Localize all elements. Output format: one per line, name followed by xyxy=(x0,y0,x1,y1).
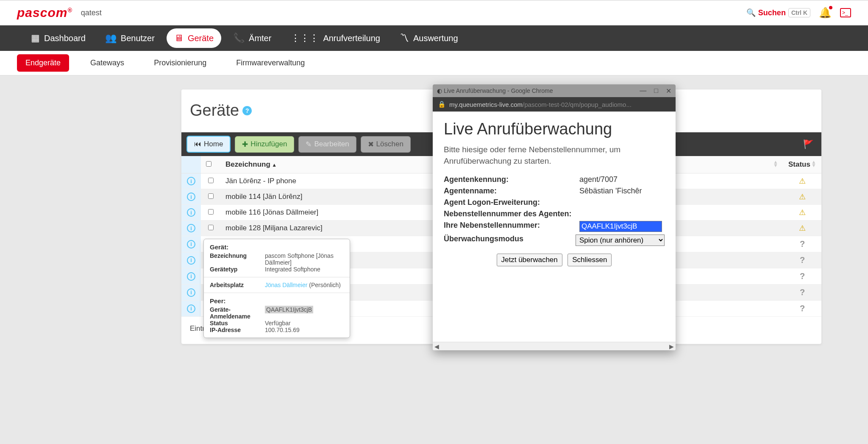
cell-status: ? xyxy=(783,285,821,301)
add-button[interactable]: ✚Hinzufügen xyxy=(235,136,294,153)
popup-scrollbar[interactable]: ◀▶ xyxy=(433,342,676,350)
edit-button[interactable]: ✎Bearbeiten xyxy=(298,136,356,153)
monitor-button[interactable]: Jetzt überwachen xyxy=(497,254,562,266)
home-button[interactable]: ⏮Home xyxy=(186,136,231,153)
tooltip-login-name: QAAFLK1Ijvt3cjB xyxy=(265,306,313,313)
col-check-all[interactable] xyxy=(201,156,220,173)
cell-status: ⚠ xyxy=(783,173,821,189)
row-check[interactable] xyxy=(208,209,214,215)
plus-icon: ✚ xyxy=(242,140,248,149)
popup-window: ◐ Live Anrufüberwachung - Google Chrome … xyxy=(433,84,676,350)
bell-icon[interactable]: 🔔 xyxy=(819,7,832,19)
status-warn-icon: ⚠ xyxy=(799,193,806,201)
phone-icon: 📞 xyxy=(233,33,245,44)
nav-reports[interactable]: 〽Auswertung xyxy=(392,28,466,48)
page-title: Geräte xyxy=(190,101,239,120)
nav-users[interactable]: 👥Benutzer xyxy=(97,28,162,48)
search-label: Suchen xyxy=(758,8,786,17)
search-shortcut: Ctrl K xyxy=(788,8,810,17)
filter-reset-icon[interactable]: 🚩 xyxy=(803,139,814,149)
status-unknown-icon: ? xyxy=(800,239,805,249)
nav-devices[interactable]: 🖥Geräte xyxy=(167,28,221,48)
col-info xyxy=(181,156,201,173)
popup-intro: Bitte hiesige oder ferne Nebenstellennum… xyxy=(444,144,665,167)
nav-callrouting[interactable]: ⋮⋮⋮Anrufverteilung xyxy=(283,28,388,48)
minimize-icon[interactable]: ― xyxy=(640,87,646,95)
status-warn-icon: ⚠ xyxy=(799,208,806,217)
home-icon: ⏮ xyxy=(194,140,201,148)
lock-icon: 🔒 xyxy=(438,101,446,108)
popup-url-bar[interactable]: 🔒 my.queuemetrics-live.com/pascom-test-0… xyxy=(433,97,676,112)
subnav-firmware[interactable]: Firmwareverwaltung xyxy=(228,54,313,72)
close-icon[interactable]: ✕ xyxy=(666,87,671,95)
info-icon[interactable]: i xyxy=(187,208,195,217)
search-button[interactable]: 🔍 Suchen Ctrl K xyxy=(746,8,810,17)
tooltip-section-peer: Peer: xyxy=(210,297,344,304)
row-check[interactable] xyxy=(208,178,214,183)
delete-button[interactable]: ✖Löschen xyxy=(361,136,411,153)
status-unknown-icon: ? xyxy=(800,255,805,265)
row-check[interactable] xyxy=(208,193,214,199)
cell-status: ? xyxy=(783,236,821,252)
cell-status: ? xyxy=(783,268,821,285)
check-all[interactable] xyxy=(206,161,211,167)
grid-icon: ⋮⋮⋮ xyxy=(291,33,319,44)
popup-window-title: Live Anrufüberwachung - Google Chrome xyxy=(444,87,640,94)
info-icon[interactable]: i xyxy=(187,224,195,232)
cell-status: ? xyxy=(783,301,821,317)
popup-titlebar[interactable]: ◐ Live Anrufüberwachung - Google Chrome … xyxy=(433,84,676,97)
info-icon[interactable]: i xyxy=(187,272,195,281)
terminal-icon[interactable]: >_ xyxy=(840,8,851,17)
main-nav: ▦Dashboard 👥Benutzer 🖥Geräte 📞Ämter ⋮⋮⋮A… xyxy=(0,25,868,51)
status-unknown-icon: ? xyxy=(800,288,805,297)
info-icon[interactable]: i xyxy=(187,304,195,313)
tooltip-section-device: Gerät: xyxy=(210,243,344,251)
device-tooltip: Gerät: Bezeichnungpascom Softphone [Jöna… xyxy=(203,239,350,338)
maximize-icon[interactable]: □ xyxy=(654,87,658,95)
info-icon[interactable]: i xyxy=(187,256,195,265)
users-icon: 👥 xyxy=(105,33,117,44)
subnav-provisioning[interactable]: Provisionierung xyxy=(145,54,215,72)
info-icon[interactable]: i xyxy=(187,193,195,201)
status-unknown-icon: ? xyxy=(800,304,805,313)
chrome-icon: ◐ xyxy=(437,87,442,94)
status-warn-icon: ⚠ xyxy=(799,224,806,232)
info-icon[interactable]: i xyxy=(187,240,195,249)
brand-logo: pascom® xyxy=(17,6,72,20)
search-icon: 🔍 xyxy=(746,8,756,17)
subnav-endpoints[interactable]: Endgeräte xyxy=(17,54,69,72)
help-icon[interactable]: ? xyxy=(242,106,252,115)
popup-heading: Live Anrufüberwachung xyxy=(444,120,665,138)
close-button[interactable]: Schliessen xyxy=(568,254,612,266)
cell-status: ⚠ xyxy=(783,205,821,221)
dashboard-icon: ▦ xyxy=(31,33,40,44)
nav-trunks[interactable]: 📞Ämter xyxy=(225,28,279,48)
extension-input[interactable] xyxy=(579,221,662,232)
row-check[interactable] xyxy=(208,225,214,230)
col-status[interactable]: Status▲▼ xyxy=(783,156,821,173)
tooltip-workplace-link[interactable]: Jönas Dällmeier xyxy=(265,282,307,288)
pencil-icon: ✎ xyxy=(306,140,312,149)
status-warn-icon: ⚠ xyxy=(799,177,806,185)
status-unknown-icon: ? xyxy=(800,271,805,281)
nav-dashboard[interactable]: ▦Dashboard xyxy=(23,28,93,48)
chart-icon: 〽 xyxy=(400,33,409,44)
mode-select[interactable]: Spion (nur anhören) xyxy=(576,235,665,246)
x-icon: ✖ xyxy=(368,140,374,149)
topbar: pascom® qatest 🔍 Suchen Ctrl K 🔔 >_ xyxy=(0,0,868,25)
devices-icon: 🖥 xyxy=(174,33,184,44)
cell-status: ⚠ xyxy=(783,221,821,236)
info-icon[interactable]: i xyxy=(187,177,195,185)
subnav-gateways[interactable]: Gateways xyxy=(82,54,133,72)
cell-status: ? xyxy=(783,252,821,268)
cell-status: ⚠ xyxy=(783,189,821,205)
info-icon[interactable]: i xyxy=(187,288,195,297)
sub-nav: Endgeräte Gateways Provisionierung Firmw… xyxy=(0,51,868,75)
tenant-label: qatest xyxy=(81,8,102,17)
